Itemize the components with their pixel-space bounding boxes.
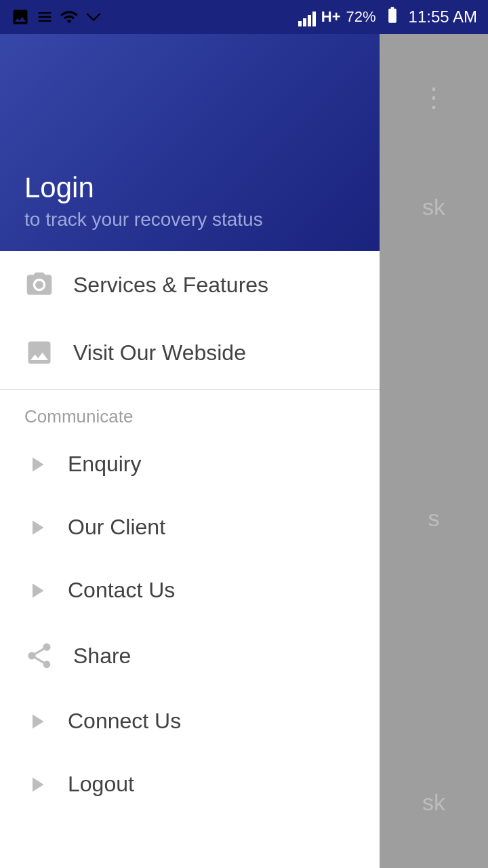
menu-item-connect-us[interactable]: Connect Us [0, 690, 380, 753]
status-bar-right-info: H+ 72% 11:55 AM [298, 5, 477, 28]
arrow-connect-us-icon [24, 709, 49, 734]
time-display: 11:55 AM [409, 7, 477, 26]
drawer-menu: Services & Features Visit Our Webside Co… [0, 251, 380, 868]
share-label: Share [73, 644, 131, 669]
drawer-login-subtitle: to track your recovery status [24, 209, 355, 231]
arrow-contact-us-icon [24, 578, 49, 603]
right-text-2: s [428, 505, 440, 532]
drawer-login-title: Login [24, 171, 355, 205]
three-dots-menu[interactable]: ⋮ [420, 81, 447, 113]
communicate-section-label: Communicate [0, 393, 380, 433]
network-type: H+ [321, 8, 341, 26]
contact-us-label: Contact Us [68, 578, 175, 603]
menu-item-services-features[interactable]: Services & Features [0, 251, 380, 319]
menu-divider-1 [0, 389, 380, 390]
visit-website-label: Visit Our Webside [73, 340, 246, 366]
enquiry-label: Enquiry [68, 452, 142, 477]
our-client-label: Our Client [68, 515, 165, 540]
signal-icon [298, 7, 316, 26]
menu-item-our-client[interactable]: Our Client [0, 496, 380, 559]
arrow-our-client-icon [24, 515, 49, 540]
menu-item-contact-us[interactable]: Contact Us [0, 559, 380, 622]
right-overlay: ⋮ sk s sk [380, 34, 488, 868]
status-bar-left-icons [11, 7, 103, 26]
logout-label: Logout [68, 772, 134, 797]
image-menu-icon [24, 338, 54, 368]
battery-percent: 72% [346, 8, 376, 26]
right-text-3: sk [422, 789, 445, 816]
share-menu-icon [24, 641, 54, 671]
services-features-label: Services & Features [73, 273, 268, 298]
download-status-icon [84, 7, 103, 26]
arrow-logout-icon [24, 772, 49, 797]
gallery-status-icon [11, 7, 30, 26]
arrow-enquiry-icon [24, 452, 49, 477]
camera-menu-icon [24, 270, 54, 300]
app-status-icon [35, 7, 54, 26]
drawer-header[interactable]: Login to track your recovery status [0, 0, 380, 251]
status-bar: H+ 72% 11:55 AM [0, 0, 488, 34]
navigation-drawer: Login to track your recovery status Serv… [0, 0, 380, 868]
menu-item-enquiry[interactable]: Enquiry [0, 433, 380, 496]
right-text-1: sk [422, 194, 445, 220]
battery-icon [382, 5, 403, 28]
menu-item-logout[interactable]: Logout [0, 753, 380, 816]
connect-us-label: Connect Us [68, 709, 181, 734]
menu-item-visit-website[interactable]: Visit Our Webside [0, 319, 380, 387]
menu-item-share[interactable]: Share [0, 622, 380, 690]
wifi-status-icon [60, 7, 79, 26]
